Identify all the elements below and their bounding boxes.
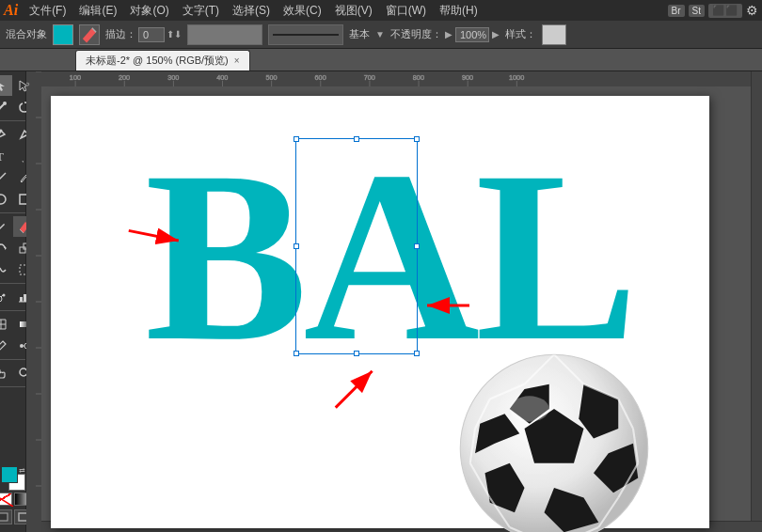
- rotate-tool[interactable]: [0, 238, 12, 258]
- tab-label: 未标题-2* @ 150% (RGB/预览): [86, 54, 229, 68]
- workspace: + T T: [0, 71, 762, 532]
- artboard[interactable]: BAL: [51, 96, 709, 528]
- opacity-group: 不透明度： ▶ 100% ▶: [390, 27, 500, 42]
- menu-view[interactable]: 视图(V): [329, 1, 378, 21]
- blend-mode-label: 混合对象: [6, 27, 47, 41]
- style-label: 样式：: [505, 27, 536, 41]
- bridge-icon[interactable]: Br: [668, 5, 685, 17]
- pencil-icon: [80, 25, 99, 44]
- menu-window[interactable]: 窗口(W): [380, 1, 432, 21]
- sync-icon[interactable]: ⚙: [746, 3, 758, 18]
- pencil-btn[interactable]: [79, 24, 100, 45]
- menu-bar: Ai 文件(F) 编辑(E) 对象(O) 文字(T) 选择(S) 效果(C) 视…: [0, 0, 762, 21]
- ellipse-tool[interactable]: [0, 189, 12, 210]
- mesh-tools-group: [0, 314, 25, 360]
- svg-text:500: 500: [265, 74, 277, 82]
- menu-effect[interactable]: 效果(C): [278, 1, 327, 21]
- workspace-switcher[interactable]: ⬛⬛: [708, 4, 742, 18]
- svg-line-93: [336, 371, 373, 408]
- svg-text:T: T: [0, 149, 4, 163]
- svg-point-1: [3, 102, 7, 105]
- svg-text:0: 0: [26, 83, 31, 86]
- toolbar: + T T: [0, 71, 26, 532]
- svg-text:400: 400: [216, 74, 228, 82]
- svg-text:800: 800: [413, 74, 424, 82]
- svg-rect-10: [20, 247, 25, 253]
- stroke-label: 描边：: [105, 27, 136, 41]
- doc-tab[interactable]: 未标题-2* @ 150% (RGB/预览) ×: [75, 50, 250, 70]
- menu-text[interactable]: 文字(T): [177, 1, 225, 21]
- svg-rect-27: [0, 513, 8, 521]
- svg-text:600: 600: [315, 74, 326, 82]
- pencil-tool[interactable]: [0, 216, 12, 237]
- menu-edit[interactable]: 编辑(E): [73, 1, 122, 21]
- magic-wand-tool[interactable]: [0, 97, 12, 117]
- symbol-sprayer-tool[interactable]: [0, 287, 12, 307]
- opacity-value[interactable]: 100%: [455, 27, 489, 42]
- none-color-btn[interactable]: [0, 493, 12, 506]
- mesh-tool[interactable]: [0, 314, 12, 335]
- svg-text:700: 700: [364, 74, 375, 82]
- canvas-wrap: BAL: [41, 86, 762, 532]
- selection-tool[interactable]: [0, 75, 12, 96]
- st-icon[interactable]: St: [689, 5, 705, 17]
- svg-text:100: 100: [70, 74, 81, 82]
- hand-tool[interactable]: [0, 363, 12, 383]
- line-tool[interactable]: [0, 167, 12, 188]
- svg-marker-9: [5, 246, 7, 250]
- canvas-area[interactable]: 0 100 200 300 400 500 600 700 800 900 10…: [26, 71, 762, 532]
- stroke-value[interactable]: 0: [138, 27, 165, 42]
- red-arrow-2: [418, 284, 474, 324]
- stroke-arrows[interactable]: ⬆⬇: [167, 29, 182, 39]
- color-swatch-teal[interactable]: [53, 24, 73, 45]
- type-tool[interactable]: T: [0, 146, 12, 166]
- svg-text:1000: 1000: [509, 74, 524, 82]
- line-type-dropdown-arrow[interactable]: ▼: [375, 29, 385, 39]
- svg-point-21: [20, 344, 24, 348]
- svg-line-0: [0, 104, 4, 112]
- opacity-label: 不透明度：: [390, 27, 442, 41]
- stroke-preview: [187, 24, 262, 45]
- pen-tool[interactable]: [0, 124, 12, 145]
- stroke-dropdown: 描边： 0 ⬆⬇: [105, 27, 182, 42]
- right-icons: Br St ⬛⬛ ⚙: [668, 3, 758, 18]
- fill-mode-btn[interactable]: [0, 509, 12, 524]
- svg-text:300: 300: [167, 74, 179, 82]
- svg-text:200: 200: [119, 74, 130, 82]
- eyedropper-tool[interactable]: [0, 336, 12, 356]
- menu-file[interactable]: 文件(F): [24, 1, 71, 21]
- menu-object[interactable]: 对象(O): [124, 1, 174, 21]
- opacity-expand[interactable]: ▶: [492, 29, 500, 39]
- tab-close-btn[interactable]: ×: [234, 55, 240, 66]
- transform-tools-group: [0, 216, 25, 284]
- svg-rect-16: [20, 297, 23, 302]
- options-bar: 混合对象 描边： 0 ⬆⬇ 基本 ▼ 不透明度： ▶ 100% ▶ 样式：: [0, 21, 762, 49]
- ruler-vertical: 0: [26, 71, 41, 532]
- style-box[interactable]: [542, 24, 566, 45]
- foreground-swatch[interactable]: [1, 466, 18, 483]
- svg-line-15: [1, 295, 3, 297]
- drawing-tools-group: + T T: [0, 124, 25, 213]
- svg-point-87: [510, 396, 549, 421]
- fg-bg-swatches[interactable]: ⇄: [1, 466, 25, 491]
- menu-select[interactable]: 选择(S): [227, 1, 276, 21]
- svg-line-26: [0, 493, 13, 507]
- menu-help[interactable]: 帮助(H): [434, 1, 484, 21]
- symbol-tools-group: [0, 287, 25, 311]
- ruler-horizontal: 0 100 200 300 400 500 600 700 800 900 10…: [26, 71, 762, 86]
- warp-tool[interactable]: [0, 259, 12, 280]
- soccer-ball: [455, 350, 653, 532]
- svg-line-6: [0, 173, 6, 182]
- svg-text:900: 900: [462, 74, 473, 82]
- tab-bar: 未标题-2* @ 150% (RGB/预览) ×: [0, 49, 762, 71]
- selection-tools-group: [0, 75, 25, 121]
- app-logo: Ai: [4, 2, 18, 19]
- line-type-label[interactable]: 基本: [349, 27, 370, 41]
- big-text: BAL: [145, 133, 634, 378]
- swap-colors-icon[interactable]: ⇄: [19, 466, 25, 475]
- svg-text:T: T: [18, 161, 26, 163]
- svg-rect-29: [26, 71, 762, 86]
- opacity-arrow[interactable]: ▶: [445, 29, 452, 39]
- line-preview: [268, 24, 343, 45]
- view-tools-group: [0, 363, 25, 387]
